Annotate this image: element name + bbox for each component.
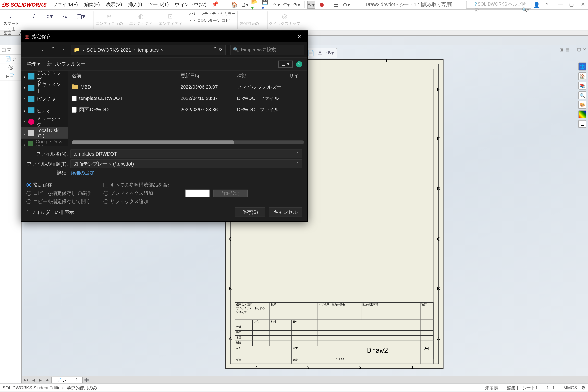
task-home-icon[interactable]: 🏠 [578, 72, 586, 80]
nav-up-icon[interactable]: ↑ [60, 46, 66, 53]
sheet-add-icon[interactable]: ➕ [84, 378, 90, 382]
status-extra-icon[interactable]: ⚙ [582, 386, 585, 390]
dialog-search[interactable]: 🔍 templatesの検索 [230, 44, 304, 55]
menu-file[interactable]: ファイル(F) [50, 0, 80, 9]
ribbon-pattern[interactable]: ⋮⋮ 直線パターン コピ [188, 18, 236, 24]
breadcrumb[interactable]: 📁 › SOLIDWORKS 2021 › templates › ˅ ⟳ [70, 44, 226, 55]
options-icon[interactable]: ☰ [332, 1, 340, 8]
ribbon-line[interactable]: / [29, 11, 39, 21]
tree-item-videos[interactable]: ›ビデオ [21, 105, 68, 116]
nav-forward-icon[interactable]: → [38, 46, 46, 53]
viewport-close-icon[interactable]: ✕ [583, 47, 586, 52]
user-icon[interactable]: 👤 [533, 1, 540, 8]
view-mode-button[interactable]: ☰ ▾ [278, 60, 293, 68]
task-resources-icon[interactable]: 🌐 [578, 63, 586, 70]
organize-button[interactable]: 整理 ▾ [26, 61, 40, 68]
opt-include-refs[interactable]: すべての参照構成部品を含む [104, 182, 172, 188]
horizontal-scrollbar[interactable] [72, 140, 304, 144]
opt-saveas[interactable]: 指定保存 [26, 182, 90, 188]
dialog-help-icon[interactable]: ? [296, 61, 302, 67]
breadcrumb-dropdown-icon[interactable]: ˅ [214, 47, 216, 53]
breadcrumb-refresh-icon[interactable]: ⟳ [219, 47, 223, 53]
tree-icon[interactable]: ⬚ [2, 47, 6, 52]
tree-sheet-icon[interactable]: ▸📄 [0, 72, 21, 81]
sheet-prev-icon[interactable]: ◀ [30, 378, 36, 382]
opt-savecopy-open[interactable]: コピーを指定保存して開く [26, 198, 90, 205]
new-folder-button[interactable]: 新しいフォルダー [47, 61, 85, 68]
close-button[interactable]: ✕ [579, 2, 586, 7]
stop-icon[interactable]: ⬢ [318, 1, 326, 8]
status-units[interactable]: MMGS [564, 386, 577, 390]
viewport-split-icon[interactable]: ▤ [566, 47, 570, 52]
sheet-last-icon[interactable]: ⏭ [44, 378, 50, 382]
task-explorer-icon[interactable]: 🔍 [578, 92, 586, 99]
minimize-button[interactable]: — [557, 2, 564, 7]
menu-tools[interactable]: ツール(T) [146, 0, 171, 9]
menu-window[interactable]: ウィンドウ(W) [172, 0, 209, 9]
nav-back-icon[interactable]: ← [25, 46, 33, 53]
col-size[interactable]: サイ [286, 71, 308, 81]
maximize-button[interactable]: ▢ [568, 2, 575, 7]
hud-sheet-icon[interactable]: 📄 [308, 50, 314, 56]
save-button[interactable]: 保存(S) [235, 208, 265, 217]
sheet-first-icon[interactable]: ⏮ [24, 378, 30, 382]
tree-item-localdisk[interactable]: ›Local Disk (C:) [21, 128, 68, 139]
hide-folders-toggle[interactable]: ˄ フォルダーの非表示 [26, 209, 74, 216]
tree-item-pictures[interactable]: ›ピクチャ [21, 94, 68, 105]
add-detail-link[interactable]: 詳細の追加 [70, 170, 94, 176]
filename-input[interactable]: templates.DRWDOT˅ [70, 150, 302, 158]
viewport-tile-icon[interactable]: ▣ [560, 47, 564, 52]
ribbon-mirror[interactable]: ⊵⊴ エンティティのミラー [188, 11, 236, 17]
filetype-select[interactable]: 図面テンプレート (*.drwdot)˅ [70, 160, 302, 168]
tree-item-documents[interactable]: ›ドキュメント [21, 82, 68, 93]
tree-item-music[interactable]: ›ミュージック [21, 116, 68, 128]
col-type[interactable]: 種類 [234, 71, 286, 81]
new-icon[interactable]: 🗋▾ [241, 1, 249, 8]
breadcrumb-segment[interactable]: templates [138, 47, 159, 52]
viewport-min-icon[interactable]: — [571, 47, 576, 52]
pin-icon[interactable]: 📌 [211, 0, 219, 8]
help-search[interactable]: ?SOLIDWORKS ヘルプ検索 🔍▾ [466, 1, 532, 8]
opt-savecopy-continue[interactable]: コピーを指定保存して続行 [26, 190, 90, 197]
task-library-icon[interactable]: 📚 [578, 82, 586, 90]
list-row[interactable]: 図面.DRWDOT 2022/03/07 23:36 DRWDOT ファイル [68, 104, 308, 115]
select-icon[interactable]: ↖▾ [307, 1, 315, 8]
ribbon-circle[interactable]: ○▾ [45, 11, 54, 21]
list-row[interactable]: templates.DRWDOT 2022/04/16 23:37 DRWDOT… [68, 92, 308, 104]
col-date[interactable]: 更新日時 [177, 71, 234, 81]
task-appearance-icon[interactable] [578, 110, 586, 118]
menu-insert[interactable]: 挿入(I) [126, 0, 145, 9]
task-props-icon[interactable]: ☰ [578, 120, 586, 128]
settings-icon[interactable]: ⚙▾ [342, 1, 350, 8]
tree-annotation-icon[interactable]: Ⓐ [0, 64, 21, 72]
col-name[interactable]: 名前 [68, 71, 177, 81]
breadcrumb-segment[interactable]: SOLIDWORKS 2021 [87, 47, 131, 52]
hud-eye-icon[interactable]: 👁▾ [326, 50, 334, 56]
ribbon-spline[interactable]: ∿ [60, 11, 70, 21]
tree-item-gdrive[interactable]: ›Google Drive (G:) [21, 139, 68, 146]
tree-item-desktop[interactable]: ›デスクトップ [21, 71, 68, 82]
print-icon[interactable]: 🖨▾ [272, 1, 280, 8]
ribbon-rect[interactable]: ▢▾ [76, 11, 86, 21]
save-icon[interactable]: 💾▾ [262, 1, 270, 8]
redo-icon[interactable]: ↷▾ [293, 1, 301, 8]
cancel-button[interactable]: キャンセル [269, 208, 302, 217]
sheet-next-icon[interactable]: ▶ [38, 378, 44, 382]
list-row[interactable]: MBD 2022/03/06 23:07 ファイル フォルダー [68, 81, 308, 92]
open-icon[interactable]: 📂▾ [251, 1, 259, 8]
ribbon-trim-entities[interactable]: ✂エンティティの [96, 11, 123, 26]
tab-drawing[interactable]: 図面 [0, 30, 15, 35]
task-views-icon[interactable]: 🎨 [578, 101, 586, 109]
filter-icon[interactable]: ▽ [7, 47, 11, 52]
nav-history-icon[interactable]: ˅ [50, 46, 56, 54]
viewport-max-icon[interactable]: ▢ [577, 47, 581, 52]
tree-root-icon[interactable]: 📄 Dr [0, 55, 21, 64]
undo-icon[interactable]: ↶▾ [282, 1, 290, 8]
sheet-tab-1[interactable]: 📄 シート1 [51, 376, 82, 383]
dialog-close-icon[interactable]: ✕ [295, 34, 304, 40]
home-icon[interactable]: 🏠 [230, 1, 238, 8]
help-icon[interactable]: ? [543, 1, 551, 8]
menu-edit[interactable]: 編集(E) [81, 0, 102, 9]
menu-view[interactable]: 表示(V) [104, 0, 124, 9]
hud-print-icon[interactable]: 🖶 [318, 50, 323, 56]
